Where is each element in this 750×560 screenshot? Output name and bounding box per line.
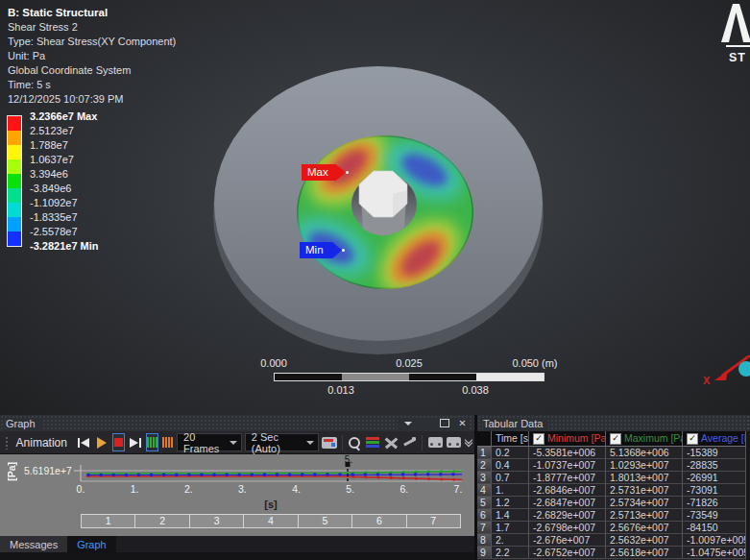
frames-value: 20 Frames [183, 431, 230, 454]
close-icon[interactable]: ✕ [456, 418, 469, 429]
x-tick-label: 3. [234, 483, 250, 495]
duration-dropdown[interactable]: 2 Sec (Auto) [245, 433, 319, 451]
step-cell[interactable]: 6 [351, 514, 406, 528]
result-info-line: Type: Shear Stress(XY Component) [8, 35, 176, 49]
chart-x-ticks: 0.1.2.3.4.5.6.7. [73, 483, 466, 495]
status-strip [0, 552, 474, 560]
cell-minimum: -2.6798e+007 [529, 522, 606, 534]
table-row[interactable]: 2 0.4 -1.0737e+007 1.0293e+007 -28835 [477, 459, 746, 472]
tabular-data-panel: Tabular Data Time [s] ✓Minimum [Pa] ✓Max… [477, 415, 750, 560]
cell-minimum: -2.6752e+007 [529, 547, 606, 559]
panel-menu-icon[interactable] [401, 418, 414, 429]
ruler-segment [476, 374, 544, 380]
table-row[interactable]: 9 2.2 -2.6752e+007 2.5618e+007 -1.0475e+… [477, 547, 746, 559]
step-cell[interactable]: 2 [134, 514, 189, 528]
logo-divider [726, 45, 750, 47]
legend-swatch [8, 188, 21, 203]
cell-average: -26991 [683, 472, 746, 484]
x-tick-label: 7. [450, 483, 466, 495]
legend-value: -3.2821e7 Min [30, 239, 99, 254]
cell-average: -84150 [683, 522, 746, 534]
result-info-line: Time: 5 s [8, 78, 176, 92]
step-cell[interactable]: 4 [243, 514, 298, 528]
table-corner-cell [477, 431, 492, 447]
skip-to-end-button[interactable] [128, 434, 143, 451]
bottom-tab[interactable]: Messages [0, 536, 67, 552]
cell-time: 0.4 [492, 459, 529, 472]
cell-average: -73091 [683, 484, 746, 497]
table-row[interactable]: 1 0.2 -5.3581e+006 5.1368e+006 -15389 [477, 447, 746, 459]
maximum-checkbox[interactable]: ✓ [610, 433, 621, 445]
probe-button[interactable] [401, 434, 417, 451]
animation-label: Animation [16, 436, 67, 450]
cell-minimum: -2.6829e+007 [529, 509, 606, 522]
frames-dropdown[interactable]: 20 Frames [177, 433, 242, 451]
distributed-frames-button[interactable] [146, 433, 158, 451]
maximum-label: Maximum [Pa] [624, 431, 683, 446]
ansys-logo-mark [721, 4, 750, 44]
contour-legend: 3.2366e7 Max2.5123e71.788e71.0637e73.394… [8, 110, 99, 254]
ruler-segment [342, 374, 409, 380]
coordinate-triad[interactable]: X [691, 355, 750, 415]
result-info-line: Global Coordinate System [8, 63, 176, 78]
cell-maximum: 2.5713e+007 [606, 509, 683, 522]
step-cell[interactable]: 5 [298, 514, 352, 528]
step-cell[interactable]: 1 [81, 514, 135, 528]
table-row[interactable]: 5 1.2 -2.6847e+007 2.5734e+007 -71826 [477, 497, 746, 509]
result-bands-button[interactable] [365, 434, 380, 451]
stop-button[interactable] [112, 433, 125, 451]
step-selector-bar: 1234567 [81, 514, 461, 528]
cell-maximum: 2.5632e+007 [606, 534, 683, 547]
legend-swatch [8, 159, 21, 174]
legend-value: -2.5578e7 [30, 225, 99, 239]
table-row[interactable]: 6 1.4 -2.6829e+007 2.5713e+007 -73549 [477, 509, 746, 522]
table-row[interactable]: 7 1.7 -2.6798e+007 2.5676e+007 -84150 [477, 522, 746, 534]
skip-to-start-button[interactable] [76, 434, 91, 451]
import-animation-button[interactable] [446, 434, 461, 451]
3d-viewport[interactable]: B: Static Structural Shear Stress 2Type:… [0, 0, 750, 415]
toolbar-separator [342, 435, 343, 450]
result-info-line: 12/12/2025 10:07:39 PM [8, 92, 176, 107]
cell-average: -15389 [683, 447, 746, 459]
cell-time: 2. [492, 534, 529, 547]
table-row[interactable]: 4 1. -2.6846e+007 2.5731e+007 -73091 [477, 484, 746, 497]
tools-button[interactable] [383, 434, 399, 451]
toolbar-grip[interactable] [5, 436, 8, 450]
cell-average: -1.0097e+005 [683, 534, 746, 547]
average-label: Average [Pa] [701, 431, 746, 446]
average-checkbox[interactable]: ✓ [687, 433, 698, 445]
step-cell[interactable]: 3 [189, 514, 244, 528]
toolbar-overflow-button[interactable] [466, 440, 472, 446]
table-row[interactable]: 3 0.7 -1.8777e+007 1.8013e+007 -26991 [477, 472, 746, 484]
cell-average: -1.0475e+005 [683, 547, 746, 559]
table-rows: 1 0.2 -5.3581e+006 5.1368e+006 -15389 2 … [477, 447, 746, 559]
play-button[interactable] [94, 434, 109, 451]
zoom-fit-button[interactable] [347, 434, 362, 451]
pin-icon[interactable] [420, 418, 432, 429]
table-row[interactable]: 8 2. -2.676e+007 2.5632e+007 -1.0097e+00… [477, 534, 746, 547]
export-animation-button[interactable] [427, 434, 443, 451]
graph-titlebar: Graph ✕ [0, 415, 474, 431]
table-scrollbar[interactable] [746, 431, 750, 560]
column-header-maximum: ✓Maximum [Pa] [606, 431, 683, 447]
legend-swatch [8, 217, 21, 231]
x-tick-label: 1. [127, 483, 142, 495]
bottom-tab[interactable]: Graph [67, 536, 116, 552]
maximize-icon[interactable] [438, 418, 450, 429]
cell-maximum: 5.1368e+006 [606, 447, 683, 459]
legend-swatch [8, 231, 21, 246]
step-cell[interactable]: 7 [406, 514, 461, 528]
cell-minimum: -1.8777e+007 [529, 472, 606, 484]
graph-panel: Graph ✕ Animation 20 Frames 2 Sec (Auto) [0, 415, 474, 560]
x-tick-label: 5. [343, 483, 358, 495]
stop-icon [114, 438, 123, 447]
result-chart[interactable]: [Pa] 5.6191e+7 5. [0, 454, 474, 536]
legend-value: 3.394e6 [30, 167, 99, 182]
export-video-button[interactable] [322, 434, 337, 451]
series-average [86, 475, 462, 475]
cell-time: 1.4 [492, 509, 529, 522]
result-sets-button[interactable] [161, 433, 174, 451]
ansys-logo: ST [721, 4, 750, 71]
tabular-data-title: Tabular Data [483, 418, 548, 429]
minimum-checkbox[interactable]: ✓ [533, 433, 544, 445]
